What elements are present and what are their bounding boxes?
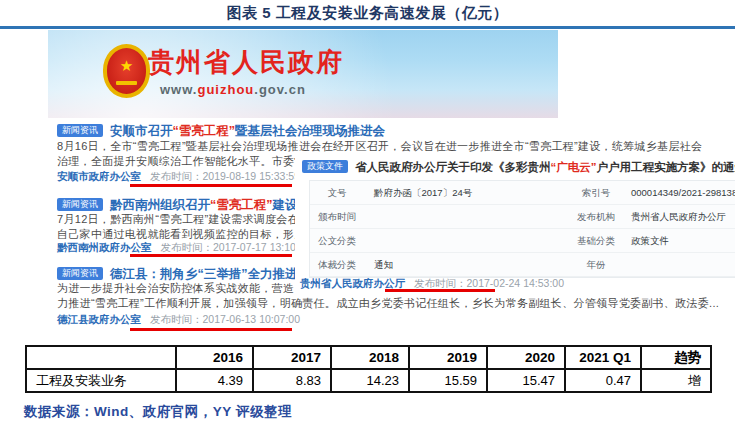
annotation-underline	[130, 184, 292, 187]
table-row: 工程及安装业务 4.39 8.83 14.23 15.59 15.47 0.47…	[26, 369, 711, 392]
meta-label: 索引号	[571, 181, 621, 205]
site-name: 贵州省人民政府	[148, 45, 344, 80]
annotation-underline	[130, 254, 292, 257]
policy-meta-table: 文号 黔府办函〔2017〕24号 索引号 000014349/2021-2981…	[309, 180, 735, 278]
meta-value: 贵州省人民政府办公厅	[621, 205, 735, 229]
china-national-emblem-icon: ★	[103, 44, 150, 98]
policy-badge: 政策文件	[302, 160, 348, 173]
news-title-text: 安顺市召开	[110, 124, 173, 138]
header-cell: 2016	[176, 346, 253, 369]
publish-time-value: 2017-02-24 14:53:00	[467, 277, 565, 289]
value-cell: 0.47	[565, 369, 641, 392]
news-badge: 新闻资讯	[57, 267, 103, 280]
value-cell: 14.23	[331, 369, 409, 392]
news-item-1-footer: 安顺市政府办公室发布时间：2019-08-19 15:33:59	[57, 170, 300, 184]
policy-org-link[interactable]: 贵州省人民政府办公厅	[300, 277, 405, 289]
meta-label: 年份	[571, 253, 621, 277]
news-title-link[interactable]: 安顺市召开“雪亮工程”暨基层社会治理现场推进会	[110, 124, 385, 138]
news-org-link[interactable]: 安顺市政府办公室	[57, 170, 141, 182]
news-title-highlight: “雪亮工程”	[210, 198, 273, 212]
news-badge: 新闻资讯	[57, 198, 103, 211]
meta-value: 黔府办函〔2017〕24号	[364, 181, 571, 205]
policy-title-text: 户户用工程实施方案》的通知（黔府办函〔2017〕	[597, 161, 735, 173]
meta-value: 政策文件	[621, 229, 735, 253]
annotation-underline	[130, 328, 292, 331]
value-cell: 15.47	[487, 369, 565, 392]
header-cell: 2017	[253, 346, 331, 369]
value-cell: 15.59	[409, 369, 487, 392]
value-cell: 增	[641, 369, 711, 392]
news-title-text: 德江县：荆角乡“三举措”全力推进	[110, 267, 298, 281]
header-cell: 趋势	[641, 346, 711, 369]
figure-container: 图表 5 工程及安装业务高速发展（亿元） ★ 贵州省人民政府 www.guizh…	[0, 0, 735, 432]
value-cell: 8.83	[253, 369, 331, 392]
annotation-underline	[385, 289, 495, 292]
publish-time-label: 发布时间：	[150, 313, 203, 325]
meta-label: 公文分类	[310, 229, 364, 253]
policy-title-link[interactable]: 省人民政府办公厅关于印发《多彩贵州“广电云”户户用工程实施方案》的通知（黔府办函…	[355, 161, 735, 173]
meta-value	[364, 229, 571, 253]
publish-time: 发布时间：2017-02-24 14:53:00	[414, 277, 564, 289]
policy-title-highlight: “广电云”	[551, 161, 597, 173]
gov-site-banner: ★ 贵州省人民政府 www.guizhou.gov.cn	[48, 30, 558, 118]
meta-value: 000014349/2021-2981388	[621, 181, 735, 205]
news-item-1-title-row: 新闻资讯安顺市召开“雪亮工程”暨基层社会治理现场推进会	[57, 121, 385, 140]
meta-label: 发布机构	[571, 205, 621, 229]
url-www: www.	[160, 82, 197, 97]
title-divider	[0, 26, 735, 29]
publish-time-value: 2019-08-19 15:33:59	[203, 170, 301, 182]
header-cell: 2021 Q1	[565, 346, 641, 369]
meta-label: 体裁分类	[310, 253, 364, 277]
publish-time-label: 发布时间：	[414, 277, 467, 289]
publish-time: 发布时间：2017-06-13 10:07:00	[150, 313, 300, 325]
policy-doc-panel: 政策文件省人民政府办公厅关于印发《多彩贵州“广电云”户户用工程实施方案》的通知（…	[295, 153, 735, 296]
meta-value	[621, 253, 735, 277]
news-body-line: 8月16日，全市“雪亮工程”暨基层社会治理现场推进会在经开区召开，会议旨在进一步…	[57, 139, 702, 154]
news-title-text: 暨基层社会治理现场推进会	[235, 124, 385, 138]
publish-time: 发布时间：2019-08-19 15:33:59	[150, 170, 300, 182]
news-org-link[interactable]: 黔西南州政府办公室	[57, 241, 152, 253]
figure-title: 图表 5 工程及安装业务高速发展（亿元）	[0, 4, 735, 23]
publish-time-label: 发布时间：	[150, 170, 203, 182]
policy-title-text: 省人民政府办公厅关于印发《多彩贵州	[355, 161, 551, 173]
publish-time: 发布时间：2017-07-17 13:10:00	[161, 241, 311, 253]
header-cell: 2020	[487, 346, 565, 369]
news-org-link[interactable]: 德江县政府办公室	[57, 313, 141, 325]
source-note: 数据来源：Wind、政府官网，YY 评级整理	[24, 403, 292, 421]
table-header-row: 2016 2017 2018 2019 2020 2021 Q1 趋势	[26, 346, 711, 369]
meta-label: 文号	[310, 181, 364, 205]
policy-title-row: 政策文件省人民政府办公厅关于印发《多彩贵州“广电云”户户用工程实施方案》的通知（…	[302, 157, 735, 175]
news-title-highlight: “雪亮工程”	[173, 124, 236, 138]
publish-time-value: 2017-06-13 10:07:00	[203, 313, 301, 325]
news-badge: 新闻资讯	[57, 124, 103, 137]
star-icon: ★	[120, 58, 133, 73]
meta-value: 通知	[364, 253, 571, 277]
site-url-link[interactable]: www.guizhou.gov.cn	[160, 82, 306, 97]
data-table: 2016 2017 2018 2019 2020 2021 Q1 趋势 工程及安…	[25, 345, 712, 393]
meta-label: 基础分类	[571, 229, 621, 253]
news-item-3-footer: 德江县政府办公室发布时间：2017-06-13 10:07:00	[57, 313, 300, 327]
news-title-text: 黔西南州组织召开	[110, 198, 210, 212]
news-item-2-footer: 黔西南州政府办公室发布时间：2017-07-17 13:10:00	[57, 241, 311, 255]
url-domain: guizhou	[197, 82, 254, 97]
header-cell: 2018	[331, 346, 409, 369]
meta-value	[364, 205, 571, 229]
header-cell	[26, 346, 176, 369]
publish-time-label: 发布时间：	[161, 241, 214, 253]
value-cell: 4.39	[176, 369, 253, 392]
header-cell: 2019	[409, 346, 487, 369]
meta-label: 颁布时间	[310, 205, 364, 229]
row-label-cell: 工程及安装业务	[26, 369, 176, 392]
url-suffix: .gov.cn	[254, 82, 306, 97]
news-body-line: 力推进“雪亮工程”工作顺利开展，加强领导，明确责任。成立由乡党委书记任组长，乡长…	[57, 296, 719, 311]
